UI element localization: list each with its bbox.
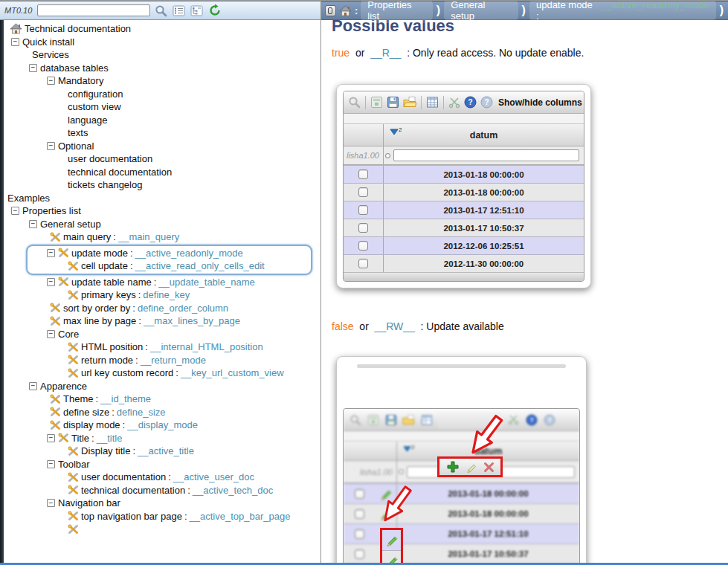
shot1-filter-row: lisha1.00: [344, 146, 584, 165]
row-date: 2012-11-30 00:00:00: [384, 255, 584, 272]
row-select-cell: [344, 166, 384, 183]
expander-icon[interactable]: −: [47, 278, 55, 286]
tree-item[interactable]: technical documentation: [4, 166, 320, 179]
shot2-top-strip: [357, 364, 566, 368]
expander-icon[interactable]: −: [47, 77, 55, 85]
table-row: 2012-11-30 00:00:00: [344, 254, 584, 272]
expander-icon[interactable]: −: [29, 382, 37, 390]
left-panel: MT0.10 Technical documentation−Quick ins…: [0, 1, 321, 565]
tree-item[interactable]: −Apparence: [4, 380, 320, 393]
tree-search-input[interactable]: [37, 4, 150, 16]
tree-item[interactable]: −Toolbar: [4, 458, 320, 471]
tree-item[interactable]: cell update:__active_read_only_cells_edi…: [28, 259, 311, 273]
tree-item-label: Services: [32, 49, 69, 60]
tree-item[interactable]: HTML position:__internal_HTML_position: [4, 340, 320, 354]
row-select-cell: [344, 544, 375, 564]
tree-item-value: __id_theme: [100, 393, 151, 404]
tree-item[interactable]: tickets changelog: [4, 178, 320, 192]
expander-icon[interactable]: −: [47, 434, 55, 442]
tree-item[interactable]: −Optional: [4, 140, 320, 153]
tree-item[interactable]: −Properties list: [4, 204, 320, 218]
tree-item[interactable]: url key custom record:__key_url_custom_v…: [4, 367, 320, 380]
tree-item-label: Apparence: [40, 381, 87, 392]
list-view-icon[interactable]: [172, 4, 186, 18]
tree-item[interactable]: technical documentation:__active_tech_do…: [4, 484, 320, 497]
expander-icon[interactable]: −: [11, 38, 19, 46]
breadcrumb-item-update-mode[interactable]: update mode : __active_readonly_mode: [529, 0, 716, 23]
tree-item[interactable]: custom view: [4, 100, 320, 114]
row-select-cell: [344, 237, 384, 254]
tree-item[interactable]: display mode:__display_mode: [4, 419, 320, 432]
checkbox-icon: [358, 223, 368, 233]
refresh-icon[interactable]: [207, 4, 222, 18]
table-row: 2013-01-18 00:00:00: [344, 165, 584, 183]
expander-icon[interactable]: −: [47, 142, 55, 150]
row-select-cell: [344, 484, 375, 503]
tree-view-icon[interactable]: [190, 4, 204, 18]
tree-item[interactable]: main query:__main_query: [4, 230, 320, 244]
expander-icon[interactable]: −: [11, 207, 19, 215]
tools-icon: [68, 368, 79, 378]
tree-item[interactable]: −Quick install: [4, 36, 320, 49]
expander-icon[interactable]: −: [47, 330, 55, 338]
tree-item[interactable]: sort by order by:define_order_column: [4, 302, 320, 315]
expander-icon[interactable]: −: [47, 460, 55, 468]
svg-text:?: ?: [529, 416, 534, 424]
tree-item[interactable]: max line by page:__max_lines_by_page: [4, 314, 320, 328]
tree-item[interactable]: −Core: [4, 328, 320, 341]
preview-icon: [366, 413, 380, 427]
tree-item[interactable]: [4, 523, 320, 536]
edit-pencil-icon: [382, 530, 401, 550]
tools-icon: [68, 355, 79, 365]
search-icon[interactable]: [154, 4, 168, 18]
tree-item[interactable]: −update table name:__update_table_name: [4, 276, 320, 289]
breadcrumb-value: __active_readonly_mode: [601, 0, 709, 22]
tree-item-value: define_key: [143, 289, 190, 300]
tree-item[interactable]: primary keys:define_key: [4, 288, 320, 302]
tree-item[interactable]: −database tables: [4, 62, 320, 75]
tree-item[interactable]: −update mode:__active_readonly_mode: [28, 247, 311, 260]
value-line-false: false or __RW__ : Update available: [332, 320, 504, 332]
tree-item-value: __display_mode: [127, 419, 198, 430]
tree-item[interactable]: Services: [4, 48, 320, 62]
tree-item[interactable]: Examples: [4, 192, 320, 205]
tree-item[interactable]: −General setup: [4, 218, 320, 231]
breadcrumb-item-general-setup[interactable]: General setup: [444, 0, 518, 23]
tree-item[interactable]: −Mandatory: [4, 74, 320, 88]
expander-icon[interactable]: −: [29, 220, 37, 228]
tree-item[interactable]: user documentation:__active_user_doc: [4, 471, 320, 484]
add-icon: [446, 460, 460, 474]
tools-icon: [68, 472, 79, 482]
tree-item[interactable]: Theme:__id_theme: [4, 393, 320, 406]
tree-item[interactable]: return mode:__return_mode: [4, 354, 320, 367]
open-folder-icon: [403, 95, 416, 109]
expander-icon[interactable]: −: [47, 249, 55, 257]
tree-item[interactable]: define size:define_size: [4, 406, 320, 419]
table-row: 2013-01-17 10:50:37: [344, 219, 584, 236]
tree-item-colon: :: [145, 341, 148, 352]
tree-item[interactable]: configuration: [4, 88, 320, 101]
tree-item[interactable]: Technical documentation: [4, 22, 320, 36]
expander-icon[interactable]: −: [29, 64, 37, 72]
row-date: 2012-12-06 10:25:51: [384, 237, 584, 254]
tree-item-label: Core: [58, 329, 79, 340]
tree-item[interactable]: −Title:__title: [4, 432, 320, 445]
tree-item[interactable]: texts: [4, 126, 320, 140]
expander-icon[interactable]: −: [47, 499, 55, 507]
home-icon[interactable]: [339, 5, 352, 16]
collapse-panel-button[interactable]: [325, 5, 336, 16]
tree-item[interactable]: −Navigation bar: [4, 497, 320, 510]
tree-item[interactable]: user documentation: [4, 152, 320, 166]
row-date: 2013-01-18 00:00:00: [397, 504, 579, 523]
row-date: 2013-01-18 00:00:00: [384, 166, 584, 183]
tree-item-colon: :: [123, 419, 126, 430]
tree-item-colon: :: [130, 248, 133, 259]
checkbox-icon: [358, 241, 368, 251]
tree-item[interactable]: Display title:__active_title: [4, 445, 320, 458]
table-row: 2013-01-17 12:51:10: [344, 201, 584, 219]
tree-item[interactable]: top navigation bar page:__active_top_bar…: [4, 510, 320, 523]
tree-item-label: user documentation: [81, 471, 166, 482]
tree-item[interactable]: language: [4, 114, 320, 127]
tree-item-label: cell update: [81, 260, 128, 271]
breadcrumb-item-properties-list[interactable]: Properties list: [361, 0, 433, 23]
